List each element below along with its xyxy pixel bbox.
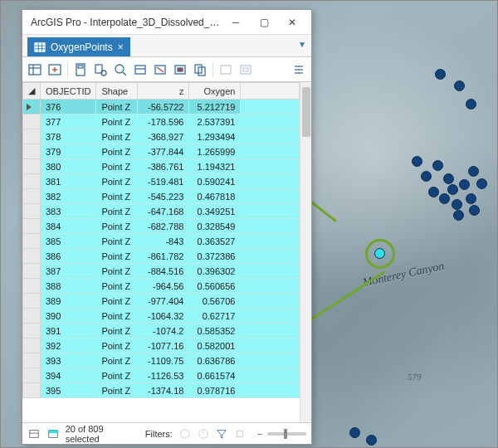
cell-oxygen[interactable]: 1.293494 xyxy=(189,129,241,144)
maximize-button[interactable]: ▢ xyxy=(250,13,278,32)
table-menu-button[interactable] xyxy=(290,61,308,79)
cell-oxygen[interactable]: 0.590241 xyxy=(189,174,241,189)
row-header[interactable] xyxy=(23,309,41,324)
pane-menu-button[interactable]: ▼ xyxy=(298,40,306,49)
cell-oxygen[interactable]: 5.212719 xyxy=(189,100,241,114)
cell-z[interactable]: -861.782 xyxy=(138,249,189,264)
cell-oxygen[interactable]: 0.560656 xyxy=(189,279,241,294)
point-marker[interactable] xyxy=(447,184,458,195)
point-marker[interactable] xyxy=(428,187,439,197)
cell-objectid[interactable]: 393 xyxy=(41,353,96,368)
copy-button[interactable] xyxy=(191,61,209,79)
minimize-button[interactable]: ─ xyxy=(222,13,250,32)
zoom-minus[interactable]: − xyxy=(257,429,262,439)
cell-shape[interactable]: Point Z xyxy=(96,174,138,189)
row-header[interactable] xyxy=(23,219,41,234)
cell-shape[interactable]: Point Z xyxy=(96,100,138,114)
cell-oxygen[interactable]: 0.661574 xyxy=(189,368,241,383)
point-marker[interactable] xyxy=(466,193,476,204)
cell-z[interactable]: -519.481 xyxy=(138,174,189,189)
column-header-objectid[interactable]: OBJECTID xyxy=(41,83,96,100)
point-marker[interactable] xyxy=(435,69,446,80)
cell-oxygen[interactable]: 0.56706 xyxy=(189,294,241,309)
cell-z[interactable]: -884.516 xyxy=(138,264,189,279)
cell-oxygen[interactable]: 0.328549 xyxy=(189,219,241,234)
cell-oxygen[interactable]: 0.349251 xyxy=(189,204,241,219)
row-header[interactable] xyxy=(23,368,41,383)
cell-objectid[interactable]: 381 xyxy=(41,174,96,189)
row-header[interactable] xyxy=(23,129,41,144)
cell-shape[interactable]: Point Z xyxy=(96,309,138,324)
cell-z[interactable]: -1064.32 xyxy=(138,309,189,324)
cell-z[interactable]: -1126.53 xyxy=(138,368,189,383)
scrollbar-thumb[interactable] xyxy=(302,87,310,137)
cell-z[interactable]: -647.168 xyxy=(138,204,189,219)
row-header-corner[interactable]: ◢ xyxy=(23,83,41,100)
cell-oxygen[interactable]: 0.978716 xyxy=(189,383,241,398)
close-window-button[interactable]: ✕ xyxy=(278,13,306,32)
cell-shape[interactable]: Point Z xyxy=(96,353,138,368)
cell-z[interactable]: -682.788 xyxy=(138,219,189,234)
cell-shape[interactable]: Point Z xyxy=(96,159,138,174)
row-header[interactable] xyxy=(23,249,41,264)
filter-time-button[interactable] xyxy=(196,426,211,441)
cell-z[interactable]: -545.223 xyxy=(138,189,189,204)
show-selected-records-button[interactable] xyxy=(46,426,61,441)
table-row[interactable]: 387Point Z-884.5160.396302 xyxy=(23,264,300,279)
row-header[interactable] xyxy=(23,114,41,129)
cell-objectid[interactable]: 395 xyxy=(41,383,96,398)
cell-objectid[interactable]: 389 xyxy=(41,294,96,309)
switch-selection-button[interactable] xyxy=(131,61,149,79)
cell-shape[interactable]: Point Z xyxy=(96,204,138,219)
table-row[interactable]: 384Point Z-682.7880.328549 xyxy=(23,219,300,234)
cell-objectid[interactable]: 382 xyxy=(41,189,96,204)
column-header-shape[interactable]: Shape xyxy=(96,83,138,100)
cell-objectid[interactable]: 384 xyxy=(41,219,96,234)
table-row[interactable]: 388Point Z-964.560.560656 xyxy=(23,279,300,294)
row-header[interactable] xyxy=(23,294,41,309)
calculate-button[interactable] xyxy=(71,61,90,79)
row-header[interactable] xyxy=(23,383,41,398)
cell-shape[interactable]: Point Z xyxy=(96,114,138,129)
table-row[interactable]: 393Point Z-1109.750.636786 xyxy=(23,353,300,368)
table-row[interactable]: 377Point Z-178.5962.537391 xyxy=(23,114,300,129)
cell-shape[interactable]: Point Z xyxy=(96,219,138,234)
cell-shape[interactable]: Point Z xyxy=(96,249,138,264)
table-row[interactable]: 386Point Z-861.7820.372386 xyxy=(23,249,300,264)
row-header[interactable] xyxy=(23,338,41,353)
cell-shape[interactable]: Point Z xyxy=(96,144,138,159)
show-all-records-button[interactable] xyxy=(27,426,42,441)
table-row[interactable]: 380Point Z-386.7611.194321 xyxy=(23,159,300,174)
column-header-oxygen[interactable]: Oxygen xyxy=(189,83,241,100)
cell-oxygen[interactable]: 0.582001 xyxy=(189,338,241,353)
cell-shape[interactable]: Point Z xyxy=(96,279,138,294)
field-view-button[interactable] xyxy=(26,61,44,79)
point-marker[interactable] xyxy=(466,99,476,110)
cell-z[interactable]: -1077.16 xyxy=(138,338,189,353)
clear-selection-button[interactable] xyxy=(151,61,169,79)
cell-oxygen[interactable]: 0.62717 xyxy=(189,309,241,324)
cell-shape[interactable]: Point Z xyxy=(96,324,138,338)
show-all-button[interactable] xyxy=(217,61,235,79)
filter-selection-button[interactable] xyxy=(214,426,229,441)
cell-oxygen[interactable]: 1.265999 xyxy=(189,144,241,159)
row-header[interactable] xyxy=(23,353,41,368)
cell-z[interactable]: -843 xyxy=(138,234,189,249)
cell-shape[interactable]: Point Z xyxy=(96,189,138,204)
cell-z[interactable]: -56.5722 xyxy=(138,100,189,114)
cell-z[interactable]: -1074.2 xyxy=(138,324,189,338)
cell-oxygen[interactable]: 0.636786 xyxy=(189,353,241,368)
cell-z[interactable]: -368.927 xyxy=(138,129,189,144)
cell-objectid[interactable]: 383 xyxy=(41,204,96,219)
point-marker[interactable] xyxy=(439,193,450,204)
vertical-scrollbar[interactable] xyxy=(300,82,311,422)
row-header[interactable] xyxy=(23,324,41,338)
filter-edits-button[interactable] xyxy=(232,426,247,441)
table-row[interactable]: 391Point Z-1074.20.585352 xyxy=(23,324,300,338)
row-header[interactable] xyxy=(23,144,41,159)
cell-shape[interactable]: Point Z xyxy=(96,338,138,353)
row-header[interactable] xyxy=(23,100,41,114)
cell-objectid[interactable]: 377 xyxy=(41,114,96,129)
table-row[interactable]: 378Point Z-368.9271.293494 xyxy=(23,129,300,144)
attribute-table[interactable]: ◢ OBJECTID Shape z Oxygen 376Point Z-56.… xyxy=(22,82,300,398)
